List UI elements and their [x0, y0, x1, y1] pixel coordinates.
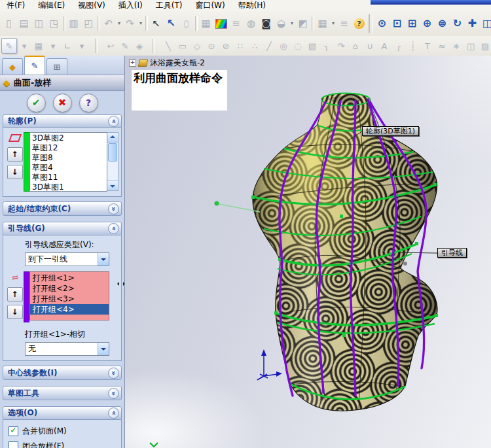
- print-preview-icon[interactable]: ◰: [81, 16, 96, 31]
- checkbox-icon[interactable]: [9, 426, 18, 436]
- measure-dropdown-icon[interactable]: ▾: [289, 16, 295, 31]
- crosshatch-icon[interactable]: ▨: [478, 39, 491, 53]
- centerpoint-arc-icon[interactable]: ⌂: [348, 39, 363, 53]
- sketch-icon[interactable]: ✎: [1, 38, 17, 54]
- separator[interactable]: [62, 16, 66, 31]
- dimension-dropdown-icon[interactable]: ▾: [75, 39, 89, 53]
- point-icon[interactable]: ∗: [449, 39, 464, 53]
- three-point-arc-icon[interactable]: ↷: [334, 39, 348, 53]
- zoom-previous-icon[interactable]: ⊙: [374, 16, 390, 31]
- zoom-to-fit-icon[interactable]: ⊡: [390, 16, 405, 31]
- menu-item[interactable]: 帮助(H): [232, 0, 272, 12]
- menu-item[interactable]: 工具(T): [149, 0, 189, 12]
- menu-item[interactable]: 编辑(E): [31, 0, 71, 12]
- separator[interactable]: [96, 16, 101, 31]
- sketch-points-icon[interactable]: ∴: [247, 39, 262, 53]
- make-assembly-icon[interactable]: ◳: [46, 16, 62, 31]
- menu-item[interactable]: 件(F): [0, 0, 31, 12]
- scroll-down-icon[interactable]: [107, 181, 118, 190]
- option-checkbox-row[interactable]: 合并切面(M): [6, 424, 118, 439]
- move-down-button[interactable]: ↓: [7, 165, 23, 179]
- menu-item[interactable]: 插入(I): [112, 0, 149, 12]
- freehand-icon[interactable]: ╱: [262, 39, 276, 53]
- group-start-end-header[interactable]: 起始/结束约束(C): [3, 201, 122, 216]
- undo-icon[interactable]: ↶: [101, 16, 116, 31]
- tab-propertymanager[interactable]: ✎: [24, 56, 45, 75]
- undo-dropdown-icon[interactable]: ▾: [116, 16, 122, 31]
- select-icon[interactable]: ↖: [149, 16, 164, 31]
- zoom-in-out-icon[interactable]: ⊕: [420, 16, 435, 31]
- convert-entities-icon[interactable]: ↩: [103, 39, 118, 53]
- cancel-button[interactable]: ✖: [53, 94, 72, 112]
- separator[interactable]: [194, 16, 198, 31]
- spline-icon[interactable]: ≈: [435, 39, 449, 53]
- table-dropdown-icon[interactable]: ▾: [330, 16, 336, 31]
- sketch-dropdown-icon[interactable]: ▾: [17, 39, 31, 53]
- callout-guide[interactable]: 引导线: [437, 248, 467, 258]
- centerline-icon[interactable]: ┊: [406, 39, 420, 53]
- expand-chevron-icon[interactable]: [108, 388, 119, 399]
- expand-chevron-icon[interactable]: [108, 368, 119, 379]
- separator[interactable]: [89, 39, 103, 53]
- hatch-icon[interactable]: ▧: [305, 39, 319, 53]
- grid-system-icon[interactable]: ▦: [198, 16, 213, 31]
- graphics-area[interactable]: + 沐浴露美女瓶-2 利用曲面放样命令 轮廓(3D草图1) 引导线: [125, 56, 491, 448]
- measure-icon[interactable]: ◒: [274, 16, 289, 31]
- shadow-icon[interactable]: ◍: [244, 16, 259, 31]
- dimension-icon[interactable]: ∟: [60, 39, 75, 53]
- collapse-chevron-icon[interactable]: [108, 116, 119, 127]
- design-table-icon[interactable]: ▦: [315, 16, 330, 31]
- zoom-area-icon[interactable]: ⊞: [405, 16, 420, 31]
- ellipse-icon[interactable]: ⊘: [219, 39, 233, 53]
- group-centerline-header[interactable]: 中心线参数(I): [3, 366, 122, 380]
- guide-type-combobox[interactable]: 到下一引线: [25, 252, 109, 266]
- collapse-chevron-icon[interactable]: [108, 407, 119, 419]
- group-options-header[interactable]: 选项(O): [3, 406, 122, 420]
- rectangle-icon[interactable]: ▭: [175, 39, 190, 53]
- collapse-chevron-icon[interactable]: [108, 223, 119, 234]
- group-sketch-tools-header[interactable]: 草图工具: [3, 386, 122, 400]
- tangency-combobox[interactable]: 无: [25, 342, 109, 356]
- menu-item[interactable]: 视图(V): [71, 0, 112, 12]
- guide-list-item[interactable]: 打开组<4>: [30, 304, 109, 315]
- separator[interactable]: [144, 16, 149, 31]
- profile-list-item[interactable]: 草图11: [30, 173, 107, 182]
- model-3d-view[interactable]: [125, 56, 491, 448]
- grid-snap-icon[interactable]: ▦: [31, 39, 46, 53]
- parallelogram-icon[interactable]: ◇: [190, 39, 204, 53]
- move-up-button[interactable]: ↑: [7, 287, 23, 302]
- mirror-icon[interactable]: ◫: [464, 39, 478, 53]
- color-swatch-icon[interactable]: [213, 16, 228, 31]
- move-down-button[interactable]: ↓: [7, 305, 23, 319]
- new-icon[interactable]: ▯: [1, 16, 16, 31]
- move-up-button[interactable]: ↑: [7, 147, 23, 162]
- profile-list-item[interactable]: 3D草图1: [30, 182, 107, 192]
- tab-featuremanager[interactable]: ◆: [2, 58, 23, 75]
- combo-dropdown-icon[interactable]: [98, 253, 109, 266]
- guide-list-item[interactable]: 打开组<1>: [30, 273, 109, 283]
- group-profiles-header[interactable]: 轮廓(P): [3, 114, 122, 128]
- group-guides-header[interactable]: 引导线(G): [3, 222, 122, 235]
- print-icon[interactable]: ▥: [66, 16, 81, 31]
- profile-list-item[interactable]: 草图8: [30, 153, 107, 163]
- menu-item[interactable]: 窗口(W): [189, 0, 231, 12]
- tangent-arc-icon[interactable]: ╮: [319, 39, 334, 53]
- profiles-scrollbar[interactable]: [107, 132, 118, 191]
- tab-configuration[interactable]: ⊞: [46, 58, 67, 75]
- redo-icon[interactable]: ↷: [122, 16, 137, 31]
- rotate-view-icon[interactable]: ↻: [450, 16, 465, 31]
- spline-on-surface-icon[interactable]: ◌: [291, 39, 305, 53]
- make-drawing-icon[interactable]: ◫: [31, 16, 46, 31]
- scrollbar-thumb[interactable]: [108, 143, 117, 162]
- separator[interactable]: [310, 16, 315, 31]
- checkbox-icon[interactable]: [9, 441, 18, 448]
- text-icon[interactable]: A: [377, 39, 391, 53]
- trim-icon[interactable]: T: [420, 39, 435, 53]
- circle-icon[interactable]: ⊙: [204, 39, 219, 53]
- ok-button[interactable]: ✔: [27, 94, 46, 112]
- help-button[interactable]: ?: [79, 94, 98, 112]
- profile-list-item[interactable]: 草图4: [30, 163, 107, 173]
- guide-list-item[interactable]: 打开组<3>: [30, 294, 109, 304]
- panel-splitter-handle[interactable]: [118, 281, 124, 288]
- section-view-icon[interactable]: ◩: [295, 16, 310, 31]
